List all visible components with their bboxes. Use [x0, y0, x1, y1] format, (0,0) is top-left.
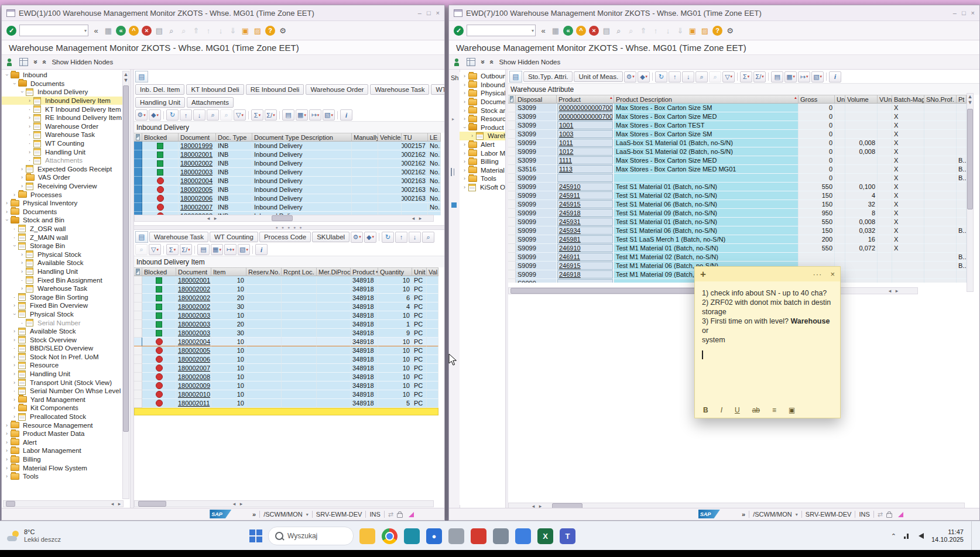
show-hidden-nodes-button[interactable]: Show Hidden Nodes: [52, 59, 113, 66]
row-select-cell[interactable]: [134, 390, 142, 399]
tree-expand-icon[interactable]: ›: [11, 362, 18, 368]
tree-expand-icon[interactable]: ›: [4, 456, 10, 462]
row-select-cell[interactable]: [134, 311, 142, 320]
sort-asc-icon[interactable]: ↑: [180, 109, 192, 121]
column-header-gross[interactable]: Gross: [799, 95, 835, 104]
document-link[interactable]: 180002003: [178, 321, 210, 328]
document-link-cell[interactable]: 180002001: [179, 150, 216, 159]
tree-horizontal-scrollbar[interactable]: ◂▸: [3, 500, 124, 507]
document-link[interactable]: 180002010: [178, 391, 210, 398]
window-system-icon[interactable]: [6, 9, 15, 17]
document-link-cell[interactable]: 180002004: [176, 338, 211, 346]
collapse-command-icon[interactable]: «: [91, 26, 101, 36]
product-field-cell[interactable]: 245910: [557, 183, 614, 191]
document-link-cell[interactable]: 180002003: [176, 320, 211, 329]
tree-item-inbound[interactable]: ›Inbound: [2, 71, 122, 80]
tree-expand-icon[interactable]: ›: [19, 174, 25, 180]
column-header-val-qty[interactable]: Val. Qty: [427, 267, 438, 276]
note-menu-icon[interactable]: ···: [813, 270, 822, 278]
tree-item-stock-and-bin[interactable]: ›Stock and Bin: [2, 216, 122, 225]
table-row[interactable]: S9099245981Test S1 LaaS Merch 1 (Batch, …: [508, 235, 979, 244]
print-icon[interactable]: ▤: [771, 71, 783, 82]
tree-expand-icon[interactable]: ›: [461, 73, 468, 79]
new-session-icon[interactable]: ▣: [688, 26, 697, 36]
table-row[interactable]: 1800020101034891810PC: [134, 390, 444, 399]
product-field-cell[interactable]: 245918: [557, 209, 614, 218]
column-header-pt[interactable]: Pt: [957, 95, 967, 104]
filter-icon[interactable]: ▽▾: [234, 109, 246, 121]
titlebar[interactable]: EWD(1)/100 Warehouse Management Monitor …: [2, 5, 444, 21]
table-row[interactable]: S35161113Max Stores - Box Carton Size ME…: [508, 165, 979, 174]
document-link-cell[interactable]: 180002003: [179, 168, 216, 177]
row-select-cell[interactable]: [134, 168, 142, 177]
tree-item-z-main-wall[interactable]: ·Z_MAIN wall: [2, 233, 122, 242]
row-select-cell[interactable]: [508, 139, 516, 147]
tree-item-resource[interactable]: ›Resource: [2, 361, 122, 370]
table-row[interactable]: S9099245911Test S1 Material 02 (Batch, n…: [508, 191, 979, 200]
table-row[interactable]: S9099245910Test S1 Material 01 (Batch, n…: [508, 183, 979, 191]
tree-expand-icon[interactable]: ›: [461, 150, 468, 156]
tree-expand-icon[interactable]: ›: [11, 405, 18, 411]
product-field-cell[interactable]: 000000000000700051: [557, 104, 614, 112]
status-expand-icon[interactable]: »: [252, 511, 256, 518]
tree-expand-icon[interactable]: ›: [4, 431, 10, 436]
tree-item-kisoft-osr[interactable]: ›KiSoft OSR: [460, 183, 505, 192]
row-select-cell[interactable]: [134, 142, 142, 150]
document-link-cell[interactable]: 180002011: [176, 399, 211, 408]
table-row[interactable]: S30991111Max Stores - Box Carton Size ME…: [508, 156, 979, 165]
product-link[interactable]: 1011: [557, 139, 613, 147]
row-select-cell[interactable]: [508, 104, 516, 112]
sort-desc-icon[interactable]: ↓: [682, 71, 694, 82]
row-select-cell[interactable]: [508, 174, 516, 183]
column-header-le[interactable]: LE: [428, 133, 441, 142]
tree-expand-icon[interactable]: ›: [4, 209, 10, 215]
first-page-icon[interactable]: ⇑: [639, 26, 648, 36]
tree-item-documents[interactable]: ›Documents: [2, 80, 122, 88]
find-next-icon[interactable]: ⌕: [135, 244, 148, 255]
enter-icon[interactable]: ✓: [454, 26, 464, 36]
layout-icon[interactable]: ▧▾: [323, 109, 335, 121]
tree-item-physical-inventory[interactable]: ›Physical Inventory: [2, 199, 122, 208]
row-select-cell[interactable]: [508, 279, 516, 283]
product-field-cell[interactable]: 1001: [557, 121, 614, 130]
tree-expand-icon[interactable]: ›: [4, 439, 10, 445]
document-link[interactable]: 180002005: [178, 347, 210, 354]
tree-expand-icon[interactable]: ›: [26, 98, 33, 104]
tree-expand-icon[interactable]: ›: [4, 448, 10, 453]
tree-item-physical-inventory[interactable]: ›Physical Inventory: [460, 89, 505, 98]
tree-item-inbound[interactable]: ›Inbound: [460, 81, 505, 90]
export-icon[interactable]: ↦▾: [798, 71, 810, 82]
subtotal-icon[interactable]: Σ/▾: [753, 71, 766, 82]
document-link[interactable]: 180002009: [178, 382, 210, 389]
tree-item-warehouse-order[interactable]: ›Warehouse Order: [2, 122, 122, 131]
tab-process-code[interactable]: Process Code: [259, 232, 311, 242]
tree-item-z-osr-wall[interactable]: ·Z_OSR wall: [2, 225, 122, 233]
row-select-cell[interactable]: [508, 147, 516, 156]
new-session-icon[interactable]: ▣: [241, 26, 250, 36]
sticky-note[interactable]: + ··· × 1) check info about SN - up to 4…: [694, 266, 841, 418]
tree-expand-icon[interactable]: ›: [19, 260, 25, 266]
row-select-cell[interactable]: [508, 112, 516, 121]
table-view-icon[interactable]: [19, 58, 28, 66]
tab-warehouse-task[interactable]: Warehouse Task: [149, 232, 208, 242]
column-header-unit[interactable]: Unit: [412, 267, 427, 276]
row-select-cell[interactable]: [134, 399, 142, 408]
column-header-disposal[interactable]: Disposal: [516, 95, 557, 104]
print-icon[interactable]: ▤: [282, 109, 294, 121]
document-link[interactable]: 180001999: [180, 142, 213, 149]
resize-grip[interactable]: [898, 512, 903, 517]
tree-expand-icon[interactable]: ›: [4, 473, 10, 479]
gray-app-icon[interactable]: [448, 528, 464, 544]
tree-collapse-icon[interactable]: ›: [12, 311, 18, 317]
row-select-cell[interactable]: [134, 159, 142, 168]
table-row[interactable]: 1800020091034891810PC: [134, 381, 444, 390]
tree-expand-icon[interactable]: ›: [11, 328, 18, 334]
product-link[interactable]: 1003: [557, 130, 613, 138]
column-header-document[interactable]: Document: [176, 267, 211, 276]
underline-icon[interactable]: U: [735, 406, 740, 414]
tree-item-available-stock[interactable]: ›Available Stock: [2, 259, 122, 267]
shortcut-icon[interactable]: ▨: [253, 26, 262, 36]
detail-view-icon[interactable]: ▤: [509, 71, 522, 82]
table-row[interactable]: S3099000000000000700052Max Stores - Box …: [508, 112, 979, 121]
column-header-vehicle[interactable]: Vehicle: [378, 133, 402, 142]
